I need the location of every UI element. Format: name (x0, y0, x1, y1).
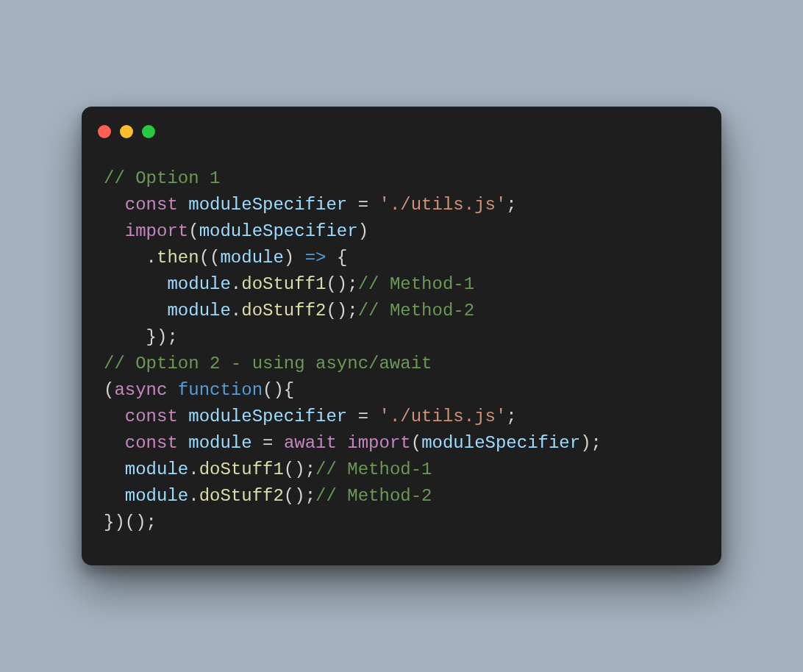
code-token (178, 433, 188, 453)
code-token: (); (326, 274, 357, 294)
code-token: (){ (263, 380, 294, 400)
code-token: moduleSpecifier (188, 195, 347, 215)
code-token: (); (284, 486, 315, 506)
code-token: ) (284, 248, 305, 268)
code-token: = (347, 195, 379, 215)
code-token: { (326, 248, 347, 268)
code-token: ( (188, 221, 199, 241)
code-token: module (167, 301, 230, 321)
code-token: // Method-1 (358, 274, 474, 294)
close-icon[interactable] (98, 125, 111, 138)
code-token: (); (284, 460, 315, 479)
code-token: doStuff2 (241, 301, 326, 321)
code-token (178, 407, 188, 426)
code-token: (); (326, 301, 357, 321)
code-token: module (167, 274, 230, 294)
code-token: doStuff2 (199, 486, 284, 506)
code-token (178, 195, 188, 215)
code-token: './utils.js' (379, 407, 507, 426)
code-token: await (284, 433, 337, 453)
code-line: })(); (104, 510, 699, 536)
code-token: . (188, 460, 199, 479)
code-token: // Option 2 - using async/await (104, 354, 432, 373)
code-token: moduleSpecifier (188, 407, 347, 426)
code-token: function (178, 380, 263, 400)
code-line: const module = await import(moduleSpecif… (104, 430, 699, 457)
code-line: module.doStuff2();// Method-2 (104, 483, 699, 510)
minimize-icon[interactable] (120, 125, 133, 138)
code-line: const moduleSpecifier = './utils.js'; (104, 192, 699, 218)
code-line: // Option 1 (104, 165, 699, 192)
code-line: // Option 2 - using async/await (104, 351, 699, 377)
code-line: const moduleSpecifier = './utils.js'; (104, 404, 699, 430)
code-token: ; (506, 407, 516, 426)
code-token: ( (411, 433, 421, 453)
code-token: ( (104, 380, 114, 400)
code-token: const (125, 433, 178, 453)
code-token: async (114, 380, 167, 400)
code-line: (async function(){ (104, 377, 699, 404)
code-token: // Method-2 (315, 486, 432, 506)
code-token: = (252, 433, 284, 453)
code-token: . (188, 486, 199, 506)
code-token: const (125, 195, 178, 215)
zoom-icon[interactable] (142, 125, 155, 138)
code-token: })(); (104, 512, 157, 532)
code-token: doStuff1 (241, 274, 326, 294)
code-token: import (347, 433, 410, 453)
code-token: ); (580, 433, 602, 453)
code-line: module.doStuff2();// Method-2 (104, 298, 699, 324)
code-token: }); (146, 327, 178, 347)
code-token: const (125, 407, 178, 426)
code-token: moduleSpecifier (199, 221, 358, 241)
code-token: import (125, 221, 188, 241)
code-token: module (188, 433, 251, 453)
code-token: module (125, 460, 188, 479)
code-line: }); (104, 324, 699, 351)
code-line: import(moduleSpecifier) (104, 218, 699, 245)
code-token: = (347, 407, 379, 426)
code-token: // Method-1 (315, 460, 432, 479)
code-token: => (305, 248, 326, 268)
code-token (167, 380, 177, 400)
code-token: './utils.js' (379, 195, 507, 215)
code-token: (( (199, 248, 221, 268)
code-token: // Option 1 (104, 168, 220, 188)
code-token: . (231, 274, 241, 294)
code-token: . (146, 248, 157, 268)
code-token: module (220, 248, 283, 268)
code-token: // Method-2 (358, 301, 474, 321)
code-token (337, 433, 347, 453)
code-token: module (125, 486, 188, 506)
code-token: doStuff1 (199, 460, 284, 479)
code-token: moduleSpecifier (421, 433, 580, 453)
code-token: then (157, 248, 199, 268)
code-token: . (231, 301, 241, 321)
code-line: module.doStuff1();// Method-1 (104, 457, 699, 483)
code-token: ; (506, 195, 516, 215)
code-window: // Option 1 const moduleSpecifier = './u… (82, 107, 721, 565)
code-line: .then((module) => { (104, 245, 699, 271)
code-line: module.doStuff1();// Method-1 (104, 271, 699, 298)
code-block[interactable]: // Option 1 const moduleSpecifier = './u… (82, 143, 721, 565)
code-token: ) (358, 221, 368, 241)
window-titlebar (82, 107, 721, 143)
